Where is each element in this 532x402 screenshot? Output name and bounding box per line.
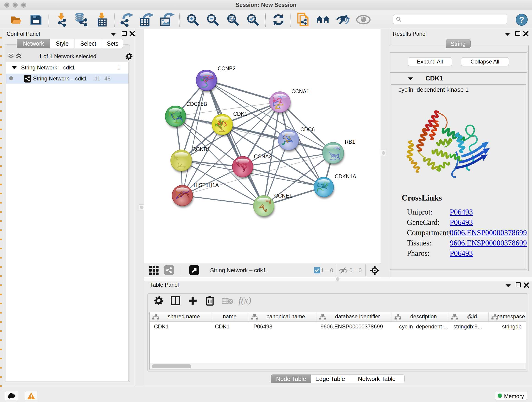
svg-text:CCNA1: CCNA1 — [291, 89, 309, 95]
svg-text:RB1: RB1 — [345, 139, 355, 145]
svg-text:CCNB1: CCNB1 — [192, 147, 210, 153]
svg-text:CDC25B: CDC25B — [186, 101, 207, 107]
svg-text:CCNA2: CCNA2 — [254, 153, 272, 160]
svg-text:CCNB2: CCNB2 — [218, 65, 235, 71]
svg-text:HIST1H1A: HIST1H1A — [194, 182, 219, 188]
svg-text:CDK1: CDK1 — [233, 111, 247, 117]
svg-text:CDKN1A: CDKN1A — [335, 173, 356, 179]
svg-text:CDC6: CDC6 — [300, 127, 315, 133]
svg-text:CCNE1: CCNE1 — [274, 193, 292, 199]
